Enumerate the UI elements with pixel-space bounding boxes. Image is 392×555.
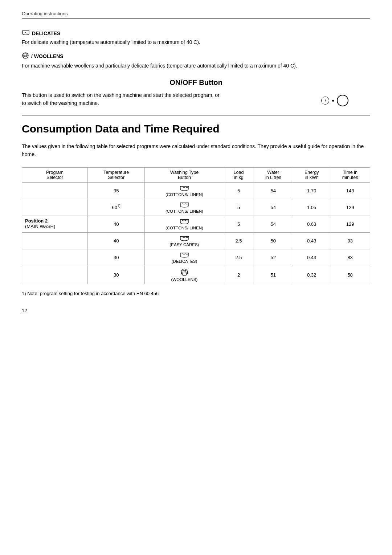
washing-type-icon [148,185,221,192]
woollens-title: / WOOLLENS [22,52,370,61]
table-row: 30 (WOOLLENS) 2 51 0.32 58 [22,266,370,284]
table-header-row: Program Selector Temperature Selector Wa… [22,167,370,182]
svg-line-1 [25,32,26,33]
table-row: 40 (EASY CARES) 2.5 50 0.43 93 [22,232,370,249]
delicates-icon [22,30,30,37]
cell-washing-type: (WOOLLENS) [145,266,224,284]
delicates-section: DELICATES For delicate washing (temperat… [22,30,370,46]
washing-type-icon [148,235,221,242]
cell-program [22,182,88,199]
table-row: Position 2(MAIN WASH) 40 (COTTONS/ LINEN… [22,216,370,232]
washing-type-label: (DELICATES) [148,259,221,264]
cell-load: 5 [224,182,253,199]
main-title: Consumption Data and Time Required [22,115,370,135]
cell-time: 93 [330,232,370,249]
cell-temperature: 30 [88,266,145,284]
cell-water: 52 [253,249,293,266]
cell-program: Position 2(MAIN WASH) [22,216,88,232]
washing-type-icon [148,268,221,277]
table-row: 30 (DELICATES) 2.5 52 0.43 83 [22,249,370,266]
cell-time: 143 [330,182,370,199]
cell-water: 50 [253,232,293,249]
on-off-body: This button is used to switch on the was… [22,91,225,107]
cell-water: 54 [253,182,293,199]
col-water-header: Water in Litres [253,167,293,182]
col-program-header: Program Selector [22,167,88,182]
cell-energy: 0.43 [293,249,330,266]
cell-time: 129 [330,199,370,216]
footnote: 1) Note: program setting for testing in … [22,290,370,297]
cell-water: 54 [253,199,293,216]
consumption-table: Program Selector Temperature Selector Wa… [22,167,370,284]
cell-energy: 0.32 [293,266,330,284]
cell-temperature: 30 [88,249,145,266]
cell-program [22,266,88,284]
on-off-section: ON/OFF Button This button is used to swi… [22,78,370,107]
col-washing-type-header: Washing Type Button [145,167,224,182]
cell-washing-type: (COTTONS/ LINEN) [145,182,224,199]
on-off-icon-group: i [321,91,370,106]
washing-type-label: (COTTONS/ LINEN) [148,226,221,230]
cell-load: 2 [224,266,253,284]
on-off-title: ON/OFF Button [22,78,370,87]
cell-load: 5 [224,216,253,232]
cell-time: 83 [330,249,370,266]
cell-temperature: 95 [88,182,145,199]
washing-type-icon [148,218,221,226]
washing-type-label: (COTTONS/ LINEN) [148,192,221,197]
washing-type-icon [148,201,221,209]
cell-program [22,232,88,249]
col-energy-header: Energy in kWh [293,167,330,182]
header-text: Operating instructions [22,11,68,16]
col-temperature-header: Temperature Selector [88,167,145,182]
cell-washing-type: (DELICATES) [145,249,224,266]
cell-program [22,249,88,266]
cell-washing-type: (COTTONS/ LINEN) [145,199,224,216]
table-row: 601) (COTTONS/ LINEN) 5 54 1.05 129 [22,199,370,216]
cell-washing-type: (EASY CARES) [145,232,224,249]
cell-load: 2.5 [224,232,253,249]
power-circle-icon [337,95,348,106]
delicates-title: DELICATES [22,30,370,37]
washing-type-label: (EASY CARES) [148,242,221,247]
page-number: 12 [22,308,370,313]
svg-line-2 [26,32,28,33]
delicates-label: DELICATES [32,30,60,36]
cell-water: 54 [253,216,293,232]
on-off-content: This button is used to switch on the was… [22,91,370,107]
cell-energy: 0.43 [293,232,330,249]
woollens-icon [22,52,29,61]
header-bar: Operating instructions [22,11,370,19]
delicates-body: For delicate washing (temperature automa… [22,38,370,46]
washing-type-label: (WOOLLENS) [148,277,221,282]
svg-line-0 [24,32,25,33]
table-row: 95 (COTTONS/ LINEN) 5 54 1.70 143 [22,182,370,199]
power-dot-icon [332,100,334,102]
cell-water: 51 [253,266,293,284]
woollens-label: / WOOLLENS [31,53,64,59]
cell-energy: 1.70 [293,182,330,199]
col-load-header: Load in kg [224,167,253,182]
intro-text: The values given in the following table … [22,142,370,159]
power-i-icon: i [321,97,329,105]
washing-type-label: (COTTONS/ LINEN) [148,209,221,213]
cell-energy: 1.05 [293,199,330,216]
cell-temperature: 601) [88,199,145,216]
cell-load: 2.5 [224,249,253,266]
cell-temperature: 40 [88,232,145,249]
cell-program [22,199,88,216]
cell-time: 129 [330,216,370,232]
cell-load: 5 [224,199,253,216]
cell-energy: 0.63 [293,216,330,232]
cell-temperature: 40 [88,216,145,232]
cell-washing-type: (COTTONS/ LINEN) [145,216,224,232]
cell-time: 58 [330,266,370,284]
col-time-header: Time in minutes [330,167,370,182]
woollens-section: / WOOLLENS For machine washable woollens… [22,52,370,70]
woollens-body: For machine washable woollens and partic… [22,62,370,70]
washing-type-icon [148,252,221,259]
